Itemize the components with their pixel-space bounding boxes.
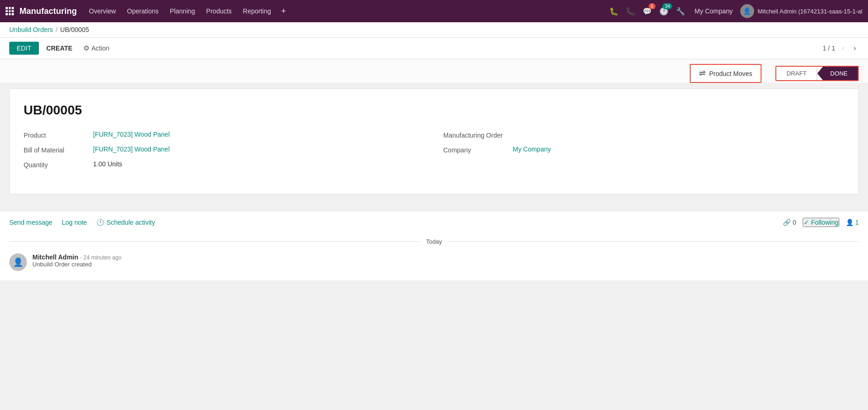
follower-count: 👤 1 bbox=[846, 219, 859, 226]
order-number: UB/00005 bbox=[24, 103, 844, 118]
breadcrumb-separator: / bbox=[56, 26, 57, 33]
toolbar: EDIT CREATE ⚙ Action 1 / 1 ‹ › bbox=[0, 38, 868, 59]
following-label: Following bbox=[811, 219, 838, 226]
nav-reporting[interactable]: Reporting bbox=[238, 6, 276, 17]
bom-value[interactable]: [FURN_7023] Wood Panel bbox=[93, 145, 170, 153]
timeline-line-left bbox=[9, 241, 420, 242]
bom-label: Bill of Material bbox=[24, 145, 93, 154]
product-moves-button[interactable]: ⇌ Product Moves bbox=[691, 65, 761, 82]
timeline-today-label: Today bbox=[426, 238, 442, 245]
nav-overview[interactable]: Overview bbox=[84, 6, 120, 17]
status-bar: DRAFT DONE bbox=[775, 66, 859, 81]
toolbar-pagination: 1 / 1 ‹ › bbox=[823, 42, 859, 54]
action-button[interactable]: ⚙ Action bbox=[80, 41, 113, 55]
chat-badge: 6 bbox=[649, 3, 656, 9]
clock-icon[interactable]: 🕐34 bbox=[657, 5, 670, 18]
following-button[interactable]: ✓ Following bbox=[803, 218, 839, 227]
timeline-message: Unbuild Order created bbox=[32, 261, 121, 268]
action-label: Action bbox=[91, 44, 109, 52]
nav-plus-button[interactable]: + bbox=[277, 5, 290, 18]
form-card: UB/00005 Product [FURN_7023] Wood Panel … bbox=[9, 88, 859, 194]
timeline-section: Today 👤 Mitchell Admin - 24 minutes ago … bbox=[0, 233, 868, 280]
company-field-label: Company bbox=[443, 145, 513, 154]
main-content: UB/00005 Product [FURN_7023] Wood Panel … bbox=[0, 83, 868, 203]
schedule-activity-label: Schedule activity bbox=[106, 219, 155, 226]
schedule-activity-clock-icon: 🕐 bbox=[96, 219, 104, 226]
apps-icon[interactable] bbox=[6, 7, 14, 15]
field-company: Company My Company bbox=[443, 145, 845, 154]
pagination-text: 1 / 1 bbox=[823, 44, 835, 52]
timeline-avatar: 👤 bbox=[9, 253, 27, 271]
product-moves-label: Product Moves bbox=[709, 70, 752, 77]
next-record-button[interactable]: › bbox=[851, 42, 859, 54]
form-fields: Product [FURN_7023] Wood Panel Bill of M… bbox=[24, 131, 844, 175]
timeline-today: Today bbox=[9, 233, 859, 245]
settings-icon[interactable]: 🔧 bbox=[674, 5, 687, 18]
field-quantity: Quantity 1.00 Units bbox=[24, 160, 425, 169]
following-check-icon: ✓ bbox=[804, 219, 809, 226]
create-button[interactable]: CREATE bbox=[44, 42, 75, 55]
field-product: Product [FURN_7023] Wood Panel bbox=[24, 131, 425, 139]
chatter-bar: Send message Log note 🕐 Schedule activit… bbox=[0, 211, 868, 233]
avatar[interactable]: 👤 bbox=[740, 4, 754, 18]
form-fields-left: Product [FURN_7023] Wood Panel Bill of M… bbox=[24, 131, 425, 175]
timeline-entry: 👤 Mitchell Admin - 24 minutes ago Unbuil… bbox=[9, 253, 859, 271]
clock-badge: 34 bbox=[662, 3, 672, 9]
topnav-icons: 🐛 📞 💬6 🕐34 🔧 My Company 👤 Mitchell Admin… bbox=[607, 4, 862, 18]
phone-icon[interactable]: 📞 bbox=[624, 5, 637, 18]
timeline-author: Mitchell Admin bbox=[32, 253, 78, 261]
timeline-time: - 24 minutes ago bbox=[80, 254, 121, 261]
schedule-activity-button[interactable]: 🕐 Schedule activity bbox=[96, 219, 155, 226]
status-draft[interactable]: DRAFT bbox=[776, 67, 817, 80]
timeline-line-right bbox=[448, 241, 859, 242]
nav-products[interactable]: Products bbox=[201, 6, 236, 17]
breadcrumb-parent[interactable]: Unbuild Orders bbox=[9, 26, 53, 33]
qty-label: Quantity bbox=[24, 160, 93, 169]
app-name: Manufacturing bbox=[19, 6, 77, 16]
send-message-label: Send message bbox=[9, 219, 52, 226]
chat-icon[interactable]: 💬6 bbox=[641, 5, 654, 18]
paperclip-icon: 🔗 bbox=[783, 219, 791, 226]
field-bill-of-material: Bill of Material [FURN_7023] Wood Panel bbox=[24, 145, 425, 154]
log-note-label: Log note bbox=[62, 219, 87, 226]
chatter-right: 🔗 0 ✓ Following 👤 1 bbox=[783, 218, 859, 227]
status-done[interactable]: DONE bbox=[817, 67, 858, 80]
breadcrumb: Unbuild Orders / UB/00005 bbox=[0, 22, 868, 38]
form-fields-right: Manufacturing Order Company My Company bbox=[443, 131, 845, 175]
action-gear-icon: ⚙ bbox=[83, 44, 89, 52]
company-name[interactable]: My Company bbox=[691, 6, 736, 17]
company-field-value[interactable]: My Company bbox=[513, 145, 551, 153]
nav-planning[interactable]: Planning bbox=[165, 6, 200, 17]
username: Mitchell Admin (16742131-saas-15-1-al bbox=[758, 8, 862, 15]
top-navigation: Manufacturing Overview Operations Planni… bbox=[0, 0, 868, 22]
app-logo[interactable]: Manufacturing bbox=[6, 6, 77, 16]
qty-value: 1.00 Units bbox=[93, 160, 122, 168]
nav-operations[interactable]: Operations bbox=[122, 6, 163, 17]
product-moves-icon: ⇌ bbox=[699, 69, 706, 78]
edit-button[interactable]: EDIT bbox=[9, 42, 39, 55]
log-note-button[interactable]: Log note bbox=[62, 219, 87, 226]
breadcrumb-current: UB/00005 bbox=[60, 26, 89, 33]
bug-icon[interactable]: 🐛 bbox=[607, 5, 620, 18]
person-icon: 👤 bbox=[846, 219, 854, 226]
paperclip-count: 🔗 0 bbox=[783, 219, 796, 226]
product-label: Product bbox=[24, 131, 93, 139]
send-message-button[interactable]: Send message bbox=[9, 219, 52, 226]
mo-label: Manufacturing Order bbox=[443, 131, 513, 139]
prev-record-button[interactable]: ‹ bbox=[839, 42, 847, 54]
field-manufacturing-order: Manufacturing Order bbox=[443, 131, 845, 139]
product-value[interactable]: [FURN_7023] Wood Panel bbox=[93, 131, 170, 138]
timeline-entry-header: Mitchell Admin - 24 minutes ago bbox=[32, 253, 121, 261]
nav-menu: Overview Operations Planning Products Re… bbox=[84, 5, 290, 18]
timeline-entry-body: Mitchell Admin - 24 minutes ago Unbuild … bbox=[32, 253, 121, 268]
